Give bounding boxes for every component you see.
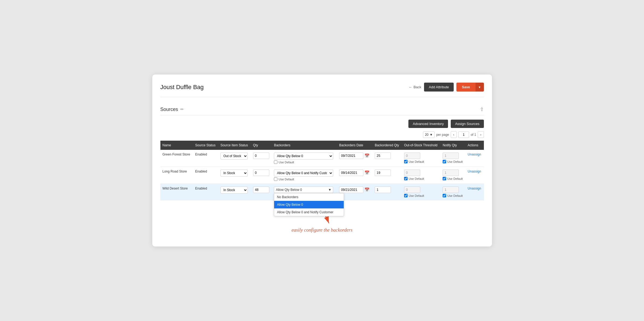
- add-attribute-button[interactable]: Add Attribute: [424, 83, 454, 92]
- per-page-label: per page: [436, 133, 449, 137]
- row2-use-default-backorders-label: Use Default: [278, 178, 294, 181]
- dropdown-option-no-backorders[interactable]: No Backorders: [274, 193, 344, 201]
- row2-use-default-backorders-checkbox[interactable]: [274, 177, 277, 181]
- row1-notify-qty-cell: Use Default: [440, 150, 466, 167]
- row3-backorders-selected-label: Allow Qty Below 0: [276, 188, 302, 192]
- row1-unassign-link[interactable]: Unassign: [468, 153, 481, 156]
- row3-notify-qty-input[interactable]: [443, 187, 459, 193]
- col-oos-threshold: Out-of-Stock Threshold: [402, 141, 440, 150]
- row3-unassign-link[interactable]: Unassign: [468, 187, 481, 190]
- row2-date-input[interactable]: [339, 170, 363, 176]
- row1-use-default-notify-checkbox[interactable]: [443, 160, 446, 163]
- row2-use-default-notify: Use Default: [443, 177, 463, 180]
- row2-use-default-oos-label: Use Default: [409, 177, 424, 180]
- row1-backorders-select[interactable]: No Backorders Allow Qty Below 0 Allow Qt…: [274, 153, 333, 160]
- col-backorders: Backorders: [272, 141, 337, 150]
- assign-sources-button[interactable]: Assign Sources: [451, 120, 484, 128]
- back-arrow-icon: ←: [409, 85, 412, 89]
- table-row: Green Forest Store Enabled Out of Stock …: [160, 150, 484, 167]
- table-toolbar: Advanced Inventory Assign Sources: [160, 120, 484, 128]
- row1-use-default-oos-checkbox[interactable]: [404, 160, 408, 163]
- dropdown-option-allow-qty[interactable]: Allow Qty Below 0: [274, 201, 344, 208]
- row1-date-input[interactable]: [339, 153, 363, 159]
- row3-item-status-cell: Out of Stock In Stock: [218, 184, 251, 200]
- header-actions: ← Back Add Attribute Save ▼: [409, 83, 484, 92]
- row3-source-status: Enabled: [193, 184, 218, 200]
- row2-actions-cell: Unassign: [466, 167, 484, 184]
- row3-backorders-dropdown-open: No Backorders Allow Qty Below 0 Allow Qt…: [274, 193, 344, 216]
- row3-backordered-qty-input[interactable]: [375, 187, 391, 193]
- col-backorders-date: Backorders Date: [337, 141, 373, 150]
- row2-backorders-select[interactable]: No Backorders Allow Qty Below 0 Allow Qt…: [274, 170, 333, 177]
- save-button[interactable]: Save: [456, 83, 475, 92]
- col-name: Name: [160, 141, 193, 150]
- row3-use-default-oos: Use Default: [404, 194, 438, 197]
- row1-use-default-notify: Use Default: [443, 160, 463, 163]
- page-title: Joust Duffle Bag: [160, 84, 204, 91]
- row1-backordered-qty-cell: [373, 150, 402, 167]
- row1-oos-threshold-input[interactable]: [404, 153, 420, 159]
- row1-calendar-icon[interactable]: 📅: [364, 153, 370, 158]
- row2-source-status: Enabled: [193, 167, 218, 184]
- row1-backorders-date-cell: 📅: [337, 150, 373, 167]
- row3-item-status-select[interactable]: Out of Stock In Stock: [221, 187, 248, 194]
- col-source-status: Source Status: [193, 141, 218, 150]
- row1-qty-cell: [251, 150, 272, 167]
- row2-item-status-select[interactable]: Out of Stock In Stock: [221, 170, 248, 177]
- back-link[interactable]: ← Back: [409, 85, 421, 89]
- row2-unassign-link[interactable]: Unassign: [468, 170, 481, 173]
- row1-notify-qty-input[interactable]: [443, 153, 459, 159]
- row2-backordered-qty-cell: [373, 167, 402, 184]
- row3-backordered-qty-cell: [373, 184, 402, 200]
- edit-icon[interactable]: ✏: [180, 107, 184, 112]
- per-page-select[interactable]: 20 ▼: [423, 131, 435, 138]
- row2-calendar-icon[interactable]: 📅: [364, 170, 370, 175]
- row2-notify-qty-input[interactable]: [443, 170, 459, 176]
- row1-use-default-notify-label: Use Default: [447, 160, 463, 163]
- row2-use-default-notify-checkbox[interactable]: [443, 177, 446, 180]
- col-actions: Actions: [466, 141, 484, 150]
- row1-source-status: Enabled: [193, 150, 218, 167]
- row1-item-status-select[interactable]: Out of Stock In Stock: [221, 153, 248, 160]
- prev-page-button[interactable]: ‹: [451, 131, 457, 138]
- collapse-icon[interactable]: ⇧: [480, 106, 484, 112]
- row3-name: Wild Desert Store: [160, 184, 193, 200]
- row1-use-default-oos: Use Default: [404, 160, 438, 163]
- row3-use-default-notify: Use Default: [443, 194, 463, 197]
- row3-use-default-oos-checkbox[interactable]: [404, 194, 408, 197]
- row3-use-default-notify-checkbox[interactable]: [443, 194, 446, 197]
- row1-use-default-backorders-checkbox[interactable]: [274, 160, 277, 164]
- row1-use-default-backorders-label: Use Default: [278, 161, 294, 164]
- row2-qty-input[interactable]: [253, 170, 269, 176]
- advanced-inventory-button[interactable]: Advanced Inventory: [408, 120, 448, 128]
- row3-backorders-select-display[interactable]: Allow Qty Below 0 ▼: [274, 187, 333, 193]
- row1-qty-input[interactable]: [253, 153, 269, 159]
- save-dropdown-button[interactable]: ▼: [476, 83, 484, 92]
- row3-oos-threshold-input[interactable]: [404, 187, 420, 193]
- sources-table: Name Source Status Source Item Status Qt…: [160, 141, 484, 200]
- row3-calendar-icon[interactable]: 📅: [364, 187, 370, 192]
- row3-date-input[interactable]: [339, 187, 363, 193]
- section-title-row: Sources ✏: [160, 107, 184, 112]
- next-page-button[interactable]: ›: [478, 131, 484, 138]
- row1-backorders-dropdown-container: No Backorders Allow Qty Below 0 Allow Qt…: [274, 153, 335, 160]
- row2-use-default-backorders: Use Default: [274, 177, 335, 181]
- current-page-input[interactable]: [458, 131, 469, 138]
- save-button-group: Save ▼: [456, 83, 484, 92]
- row1-backordered-qty-input[interactable]: [375, 153, 391, 159]
- row1-name: Green Forest Store: [160, 150, 193, 167]
- row2-oos-threshold-input[interactable]: [404, 170, 420, 176]
- col-qty: Qty: [251, 141, 272, 150]
- per-page-chevron: ▼: [430, 133, 433, 137]
- row3-qty-input[interactable]: [253, 187, 269, 193]
- row2-date-row: 📅: [339, 170, 370, 176]
- row3-oos-threshold-cell: Use Default: [402, 184, 440, 200]
- col-notify-qty: Notify Qty: [440, 141, 466, 150]
- page-header: Joust Duffle Bag ← Back Add Attribute Sa…: [160, 83, 484, 97]
- dropdown-option-allow-qty-notify[interactable]: Allow Qty Below 0 and Notify Customer: [274, 208, 344, 216]
- row2-use-default-oos-checkbox[interactable]: [404, 177, 408, 180]
- table-row: Wild Desert Store Enabled Out of Stock I…: [160, 184, 484, 200]
- row2-backordered-qty-input[interactable]: [375, 170, 391, 176]
- row3-backorders-chevron: ▼: [328, 188, 332, 192]
- row3-date-row: 📅: [339, 187, 370, 193]
